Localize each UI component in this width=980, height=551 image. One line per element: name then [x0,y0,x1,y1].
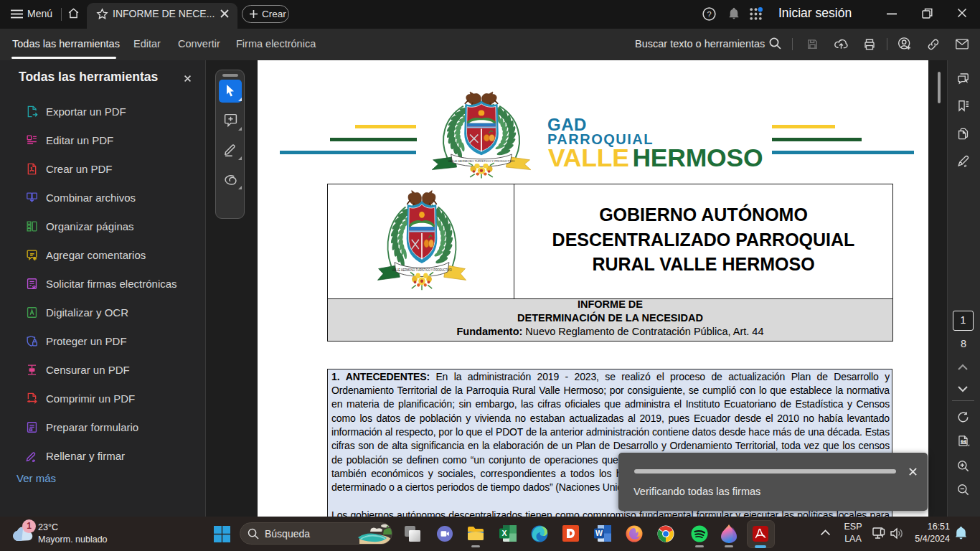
svg-text:?: ? [707,10,711,19]
svg-text:X: X [501,529,507,537]
svg-text:W: W [595,529,603,537]
svg-text:1:1: 1:1 [961,440,966,444]
